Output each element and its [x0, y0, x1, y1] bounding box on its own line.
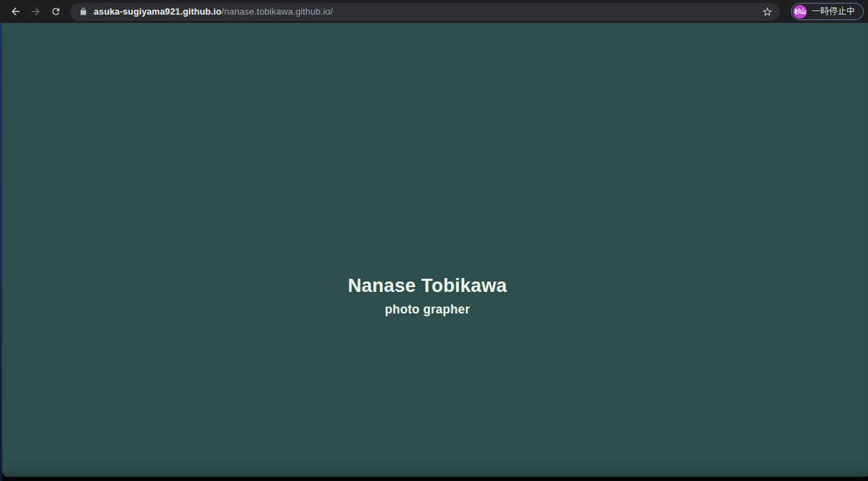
url-path: /nanase.tobikawa.github.io/ [222, 6, 333, 17]
url-domain: asuka-sugiyama921.github.io [94, 6, 222, 17]
back-arrow-icon [10, 6, 22, 17]
back-button[interactable] [6, 1, 26, 22]
profile-status-label: 一時停止中 [812, 6, 856, 17]
profile-chip[interactable]: 杉山 一時停止中 [791, 3, 864, 20]
lock-icon [79, 7, 87, 16]
avatar: 杉山 [793, 5, 807, 19]
forward-arrow-icon [30, 6, 42, 17]
webpage-viewport: Nanase Tobikawa photo grapher [2, 23, 868, 477]
forward-button[interactable] [26, 1, 46, 22]
address-bar[interactable]: asuka-sugiyama921.github.io/nanase.tobik… [70, 3, 780, 21]
bookmark-star-icon[interactable] [760, 5, 774, 19]
url-text: asuka-sugiyama921.github.io/nanase.tobik… [94, 6, 333, 17]
reload-button[interactable] [46, 1, 66, 22]
reload-icon [51, 6, 61, 17]
hero-section: Nanase Tobikawa photo grapher [0, 276, 860, 317]
site-title: Nanase Tobikawa [0, 276, 860, 297]
browser-toolbar: asuka-sugiyama921.github.io/nanase.tobik… [0, 0, 868, 23]
site-subtitle: photo grapher [0, 302, 860, 317]
